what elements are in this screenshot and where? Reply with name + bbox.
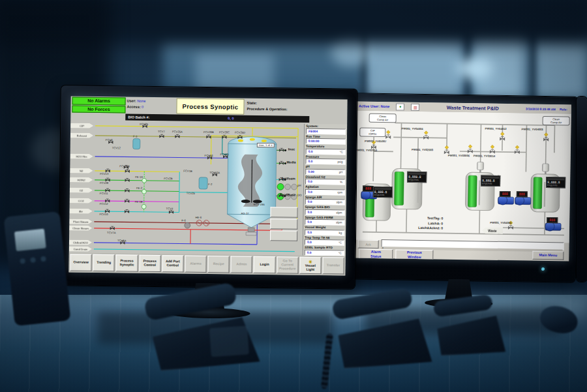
parameter-value-field[interactable]: 0.0°C (305, 239, 344, 246)
pipe-source-tag[interactable]: Exhaust (70, 132, 93, 138)
valve-label: PW001_YV04004 (401, 127, 423, 131)
parameter-row: Run Time 0:00:00 (306, 134, 346, 144)
pump-p6[interactable] (185, 222, 190, 228)
parameter-value-field[interactable]: 0.0psig (305, 158, 345, 165)
valve-icon[interactable] (279, 177, 284, 181)
parameter-value-field[interactable]: 0.0°C (305, 250, 344, 256)
telephone-left (144, 284, 263, 374)
valve-icon[interactable] (175, 134, 179, 138)
background-glow (457, 57, 493, 80)
valve-icon[interactable] (125, 178, 129, 181)
nav-button[interactable]: Alarms (185, 256, 206, 273)
valve-icon[interactable] (143, 125, 147, 128)
pipe-source-tag[interactable]: H2O Rtn (70, 153, 93, 158)
nav-button[interactable]: Trending (93, 254, 115, 271)
valve-icon[interactable] (106, 169, 110, 172)
valve-icon[interactable] (125, 199, 129, 202)
valve-icon[interactable] (105, 199, 110, 202)
trap-f3[interactable] (133, 139, 140, 149)
batch-coords: 0, 0 (228, 116, 233, 120)
nav-button[interactable]: Go To Current Procedure (277, 256, 298, 273)
pipe-source-tag[interactable]: Plant Steam (69, 219, 92, 224)
valve-icon[interactable] (125, 209, 129, 213)
nav-button[interactable]: Process Control (139, 255, 160, 272)
nav-button[interactable]: Add Port Control (162, 255, 183, 272)
main-menu-button[interactable]: Main Menu (532, 251, 564, 260)
pipe-source-tag[interactable]: Cond Drain (69, 246, 92, 251)
nav-button[interactable]: Admin (231, 256, 252, 273)
parameter-row: Sparge GAS-BIO 0.0slpm (305, 205, 344, 215)
valve-icon[interactable] (124, 165, 128, 168)
valve-label: PW001_YV04006 (490, 221, 511, 225)
ack-button[interactable]: Ack (358, 240, 379, 249)
third-monitor-bezel (577, 97, 587, 282)
trap-f2[interactable] (199, 177, 207, 189)
control-room-scene: Active User: None ♦ ▥ Waste Treatment P&… (0, 0, 587, 392)
pipe-source-tag[interactable]: O2 (70, 187, 93, 192)
synoptic-piping (93, 121, 304, 256)
parameter-value-field[interactable]: 0.00pH (305, 168, 345, 175)
parameter-value-field[interactable]: 0:00:00 (306, 138, 346, 145)
valve-icon[interactable] (125, 188, 129, 192)
valve-icon[interactable] (169, 210, 173, 213)
valve-icon[interactable] (120, 241, 125, 244)
valve-label: PW001_YV04012 (485, 127, 506, 131)
handheld-device (3, 211, 70, 326)
parameter-row: Sparge AIR 0.0slpm (305, 195, 345, 205)
pipe-source-tag[interactable]: H2/N2 (70, 177, 93, 182)
pipe-source-tag[interactable]: N2 (70, 168, 93, 173)
parameter-value-field[interactable]: 0.0kg (305, 229, 344, 235)
valve-icon[interactable] (105, 209, 110, 213)
no-alarms-indicator[interactable]: No Alarms (72, 97, 126, 105)
active-user: Active User: None (359, 104, 389, 109)
left-screen-header: No Alarms No Forces User: None Access: 0… (70, 96, 304, 115)
parameter-panel: System: FE004 Run Time 0:00:00 (303, 124, 347, 256)
nav-button[interactable]: Process Synoptic (116, 254, 138, 271)
nav-button[interactable]: Login (254, 256, 275, 273)
valve-icon[interactable] (206, 135, 211, 138)
parameter-value-field[interactable]: 0.0slpm (305, 199, 345, 205)
no-forces-indicator[interactable]: No Forces (72, 105, 125, 113)
pipe-source-tag[interactable]: Clean Steam (69, 225, 92, 230)
alarm-summary-icon[interactable]: ▥ (411, 103, 419, 110)
pipe-source-tag[interactable]: Chilled H2O (69, 239, 92, 245)
alarm-status-button[interactable]: Alarm Status (359, 249, 393, 260)
previous-window-button[interactable]: Previous Window (395, 249, 433, 260)
valve-icon[interactable] (159, 134, 164, 138)
valve-label: PW001_YV03006 (448, 154, 470, 158)
page-title: Process Synoptic (176, 98, 244, 114)
nav-button[interactable]: Vessel Light (299, 257, 321, 274)
parameter-row: Vessel Weight 0.0kg (305, 226, 344, 235)
valve-icon[interactable] (213, 173, 217, 176)
pipe-source-tag[interactable]: CO2 (70, 198, 93, 203)
pipe-source-tag[interactable]: CIP (70, 123, 93, 128)
valve-icon[interactable] (125, 169, 130, 172)
parameter-value-field[interactable]: 0.0rpm (305, 188, 345, 195)
third-monitor-edge (577, 97, 587, 282)
valve-icon[interactable] (279, 148, 284, 151)
nav-button[interactable]: Recipe (207, 256, 229, 273)
parameter-value-field[interactable]: FE004 (306, 128, 346, 134)
valve-icon[interactable] (105, 178, 110, 181)
synoptic-main: CIPExhaustH2O RtnN2H2/N2O2CO2AirPlant St… (69, 121, 347, 256)
nav-button[interactable]: Overview (70, 254, 91, 271)
valve-label: PW001_YV02010 (355, 148, 377, 152)
pipe-source-tag[interactable]: Air (69, 208, 92, 213)
valve-label: PW001_YV02003 (412, 148, 433, 152)
process-synoptic-screen: No Alarms No Forces User: None Access: 0… (68, 96, 347, 275)
nav-button[interactable]: Transfer (322, 257, 344, 274)
valve-icon[interactable] (105, 188, 110, 192)
valve-icon[interactable] (279, 161, 284, 164)
bioreactor-vessel[interactable] (227, 136, 277, 235)
probe-indicators[interactable] (277, 183, 297, 200)
parameter-value-field[interactable]: 0.0% (305, 179, 345, 185)
valve-icon[interactable] (108, 140, 113, 143)
source-tags: CIPExhaustH2O RtnN2H2/N2O2CO2AirPlant St… (69, 121, 94, 252)
parameter-row: System: FE004 (306, 125, 346, 134)
synoptic-diagram: CIPExhaustH2O RtnN2H2/N2O2CO2AirPlant St… (69, 121, 304, 255)
valve-icon[interactable] (110, 226, 115, 230)
parameter-value-field[interactable]: 0.0slpm (305, 209, 344, 215)
parameter-value-field[interactable]: 0.0slpm (305, 219, 344, 226)
parameter-value-field[interactable]: 0.0°C (306, 148, 346, 155)
user-login-icon[interactable]: ♦ (396, 103, 404, 110)
